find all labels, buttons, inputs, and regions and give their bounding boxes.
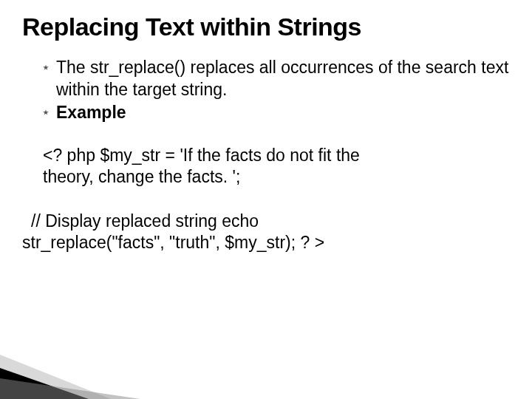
code-line: // Display replaced string echo [31,211,259,231]
code-line: theory, change the facts. '; [43,167,240,186]
bullet-item: Example [43,102,510,123]
code-paragraph-1: <? php $my_str = 'If the facts do not fi… [22,145,510,188]
bullet-list: The str_replace() replaces all occurrenc… [22,57,510,123]
slide-title: Replacing Text within Strings [22,13,510,41]
code-line: str_replace("facts", "truth", $my_str); … [22,232,510,253]
code-paragraph-2: // Display replaced string echo str_repl… [22,211,510,254]
bullet-item: The str_replace() replaces all occurrenc… [43,57,510,100]
slide: Replacing Text within Strings The str_re… [0,0,532,399]
code-line: <? php $my_str = 'If the facts do not fi… [43,146,360,165]
